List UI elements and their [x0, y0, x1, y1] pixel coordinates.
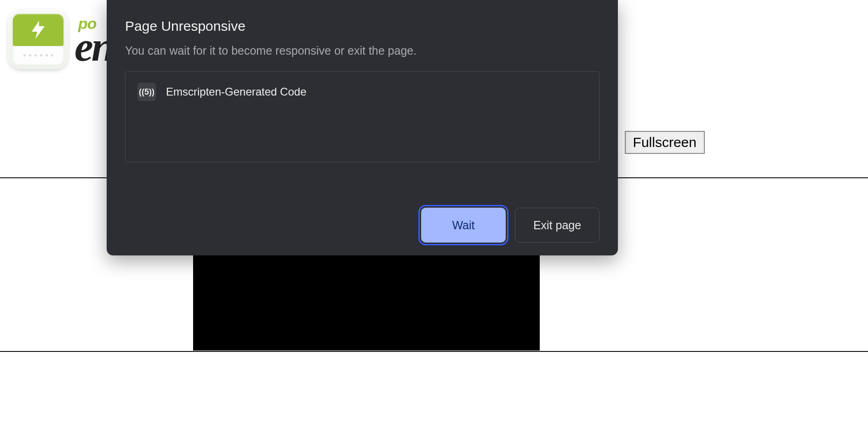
dialog-actions: Wait Exit page	[125, 194, 600, 243]
emscripten-logo-icon	[8, 9, 68, 69]
dialog-subtitle: You can wait for it to become responsive…	[125, 44, 600, 57]
fullscreen-button[interactable]: Fullscreen	[625, 131, 705, 154]
divider-bottom	[0, 351, 868, 352]
background-page: po en Fullscreen Page Unresponsive You c…	[0, 0, 868, 430]
page-unresponsive-dialog: Page Unresponsive You can wait for it to…	[107, 0, 618, 255]
bolt-icon	[13, 14, 63, 46]
dialog-body: ((5)) Emscripten-Generated Code	[125, 71, 600, 162]
logo-dots-row	[13, 46, 63, 64]
wait-button[interactable]: Wait	[421, 208, 506, 243]
dialog-title: Page Unresponsive	[125, 18, 600, 34]
unresponsive-page-row: ((5)) Emscripten-Generated Code	[137, 83, 587, 101]
page-favicon-icon: ((5))	[137, 83, 156, 101]
exit-page-button[interactable]: Exit page	[515, 208, 600, 243]
app-logo-block: po en	[8, 9, 113, 69]
unresponsive-page-label: Emscripten-Generated Code	[166, 85, 306, 98]
